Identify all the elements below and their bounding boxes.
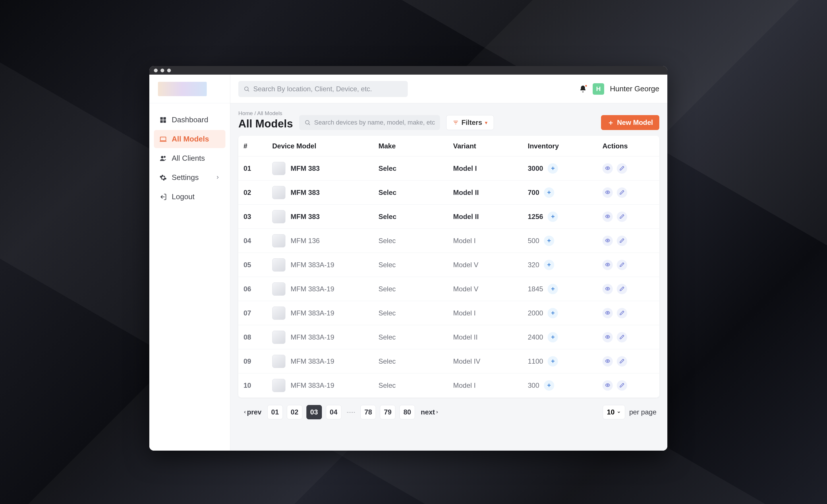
- sidebar-item-all-models[interactable]: All Models: [154, 130, 226, 148]
- cell-actions: [602, 356, 654, 366]
- edit-button[interactable]: [617, 308, 627, 318]
- svg-point-8: [305, 120, 309, 124]
- device-thumbnail: [272, 162, 285, 175]
- cell-inventory: 2400+: [528, 332, 602, 342]
- add-inventory-button[interactable]: +: [544, 260, 554, 270]
- add-inventory-button[interactable]: +: [544, 188, 554, 198]
- add-inventory-button[interactable]: +: [548, 356, 558, 366]
- device-thumbnail: [272, 331, 285, 344]
- add-inventory-button[interactable]: +: [544, 236, 554, 246]
- add-inventory-button[interactable]: +: [544, 380, 554, 391]
- sidebar-item-settings[interactable]: Settings: [154, 168, 226, 187]
- edit-button[interactable]: [617, 163, 627, 173]
- page-number-button[interactable]: 01: [267, 405, 283, 419]
- add-inventory-button[interactable]: +: [548, 211, 558, 222]
- view-button[interactable]: [602, 332, 613, 342]
- table-row: 07MFM 383A-19SelecModel I2000+: [238, 301, 659, 325]
- sidebar-item-all-clients[interactable]: All Clients: [154, 149, 226, 167]
- window-zoom-dot[interactable]: [167, 68, 171, 72]
- cell-device-model: MFM 383: [272, 210, 379, 223]
- cell-inventory: 2000+: [528, 308, 602, 318]
- page-number-button[interactable]: 02: [287, 405, 302, 419]
- edit-button[interactable]: [617, 380, 627, 391]
- new-model-button[interactable]: ＋ New Model: [601, 115, 659, 130]
- page-number-button[interactable]: 03: [306, 405, 322, 419]
- sidebar-item-logout[interactable]: Logout: [154, 188, 226, 206]
- models-table: # Device Model Make Variant Inventory Ac…: [238, 136, 659, 398]
- global-search[interactable]: [238, 81, 408, 97]
- view-button[interactable]: [602, 211, 613, 222]
- page-header: Home / All Models All Models Filters ▾: [230, 103, 667, 136]
- svg-point-10: [607, 192, 609, 193]
- add-inventory-button[interactable]: +: [548, 332, 558, 342]
- svg-point-9: [607, 167, 609, 169]
- cell-make: Selec: [379, 285, 453, 293]
- per-page-select[interactable]: 10: [603, 405, 625, 419]
- device-thumbnail: [272, 210, 285, 223]
- edit-button[interactable]: [617, 211, 627, 222]
- page-number-button[interactable]: 78: [360, 405, 376, 419]
- edit-button[interactable]: [617, 260, 627, 270]
- view-button[interactable]: [602, 284, 613, 294]
- edit-button[interactable]: [617, 284, 627, 294]
- view-button[interactable]: [602, 163, 613, 173]
- cell-inventory: 3000+: [528, 163, 602, 173]
- svg-rect-2: [160, 120, 163, 123]
- pencil-icon: [619, 309, 625, 317]
- chevron-right-icon: [435, 410, 439, 414]
- table-search-input[interactable]: [314, 119, 435, 126]
- cell-make: Selec: [379, 237, 453, 245]
- cell-variant: Model I: [453, 309, 528, 317]
- page-number-button[interactable]: 80: [399, 405, 415, 419]
- edit-button[interactable]: [617, 236, 627, 246]
- breadcrumb[interactable]: Home / All Models: [238, 110, 293, 116]
- cell-device-model: MFM 383A-19: [272, 331, 379, 344]
- view-button[interactable]: [602, 236, 613, 246]
- window-minimize-dot[interactable]: [160, 68, 164, 72]
- view-button[interactable]: [602, 356, 613, 366]
- cell-variant: Model IV: [453, 357, 528, 365]
- edit-button[interactable]: [617, 332, 627, 342]
- view-button[interactable]: [602, 260, 613, 270]
- table-row: 05MFM 383A-19SelecModel V320+: [238, 253, 659, 277]
- sidebar: Dashboard All Models All Clients: [149, 74, 230, 451]
- app-window: Dashboard All Models All Clients: [149, 66, 667, 451]
- sidebar-item-dashboard[interactable]: Dashboard: [154, 111, 226, 129]
- eye-icon: [605, 237, 610, 245]
- edit-button[interactable]: [617, 356, 627, 366]
- page-prev-button[interactable]: prev: [241, 405, 263, 419]
- cell-inventory: 700+: [528, 188, 602, 198]
- svg-rect-3: [163, 120, 166, 123]
- cell-make: Selec: [379, 261, 453, 269]
- svg-point-18: [607, 385, 609, 386]
- table-header: # Device Model Make Variant Inventory Ac…: [238, 136, 659, 156]
- main-content: H Hunter George Home / All Models All Mo…: [230, 74, 667, 451]
- view-button[interactable]: [602, 188, 613, 198]
- notifications-button[interactable]: [579, 85, 587, 93]
- page-number-button[interactable]: 04: [326, 405, 341, 419]
- view-button[interactable]: [602, 308, 613, 318]
- add-inventory-button[interactable]: +: [548, 308, 558, 318]
- svg-point-17: [607, 360, 609, 362]
- filters-button[interactable]: Filters ▾: [446, 115, 494, 130]
- svg-point-6: [164, 156, 166, 158]
- page-number-button[interactable]: 79: [380, 405, 395, 419]
- inventory-value: 320: [528, 261, 539, 269]
- chevron-left-icon: [243, 410, 247, 414]
- table-row: 01MFM 383SelecModel I3000+: [238, 156, 659, 181]
- cell-make: Selec: [379, 164, 453, 172]
- add-inventory-button[interactable]: +: [548, 163, 558, 173]
- add-inventory-button[interactable]: +: [548, 284, 558, 294]
- table-row: 02MFM 383SelecModel II700+: [238, 181, 659, 205]
- edit-button[interactable]: [617, 188, 627, 198]
- avatar[interactable]: H: [593, 83, 604, 95]
- global-search-input[interactable]: [253, 85, 402, 93]
- table-search[interactable]: [299, 115, 440, 130]
- view-button[interactable]: [602, 380, 613, 391]
- eye-icon: [605, 189, 610, 197]
- cell-actions: [602, 163, 654, 173]
- cell-variant: Model I: [453, 237, 528, 245]
- page-next-button[interactable]: next: [419, 405, 440, 419]
- cell-variant: Model V: [453, 261, 528, 269]
- window-close-dot[interactable]: [154, 68, 158, 72]
